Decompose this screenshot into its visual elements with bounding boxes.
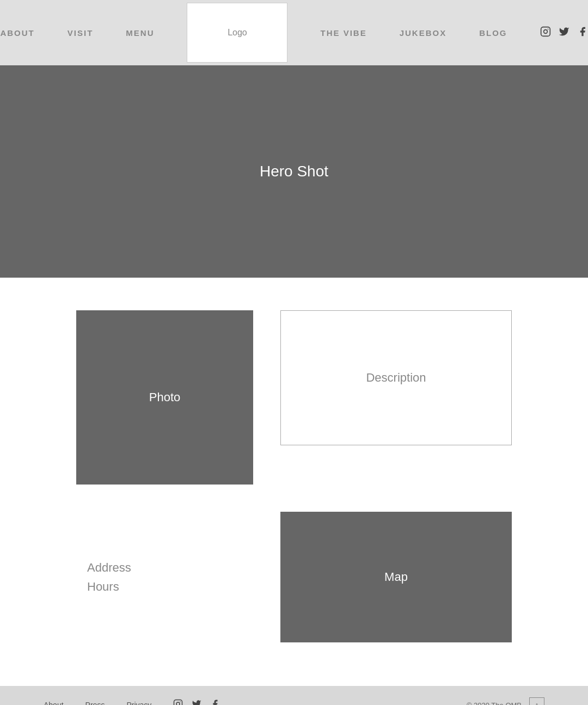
instagram-icon[interactable] — [540, 26, 551, 40]
nav-jukebox[interactable]: JUKEBOX — [400, 28, 447, 38]
nav-visit[interactable]: VISIT — [68, 28, 94, 38]
nav-about[interactable]: ABOUT — [0, 28, 34, 38]
footer-privacy-link[interactable]: Privacy — [126, 701, 151, 705]
footer-right: © 2020 The OMB ↑ — [467, 697, 544, 705]
main-nav: ABOUT VISIT MENU Logo THE VIBE JUKEBOX B… — [0, 3, 588, 63]
footer-facebook-icon[interactable] — [210, 699, 220, 706]
address-label: Address — [87, 558, 131, 577]
footer-instagram-icon[interactable] — [173, 699, 183, 706]
footer-social-icons — [173, 699, 220, 706]
top-row: Photo Description — [76, 310, 512, 485]
footer: About Press Privacy — [0, 686, 588, 705]
header-social-icons — [540, 26, 588, 40]
description-label: Description — [366, 371, 426, 385]
footer-about-link[interactable]: About — [44, 701, 64, 705]
nav-blog[interactable]: BLOG — [479, 28, 507, 38]
footer-copyright: © 2020 The OMB — [467, 701, 522, 706]
svg-point-1 — [543, 29, 547, 33]
map-placeholder: Map — [280, 512, 512, 642]
bottom-row: Address Hours Map — [76, 512, 512, 642]
svg-point-5 — [180, 701, 181, 702]
logo-text: Logo — [228, 28, 247, 38]
description-placeholder: Description — [280, 310, 512, 445]
svg-rect-0 — [541, 27, 550, 36]
hours-label: Hours — [87, 577, 119, 596]
main-content: Photo Description Address Hours Map — [0, 278, 588, 686]
nav-the-vibe[interactable]: THE VIBE — [320, 28, 366, 38]
svg-point-4 — [176, 702, 180, 706]
photo-placeholder: Photo — [76, 310, 253, 485]
hero-label: Hero Shot — [260, 163, 328, 180]
footer-twitter-icon[interactable] — [192, 699, 201, 706]
address-hours-section: Address Hours — [76, 558, 253, 596]
photo-label: Photo — [149, 390, 181, 404]
map-label: Map — [384, 570, 408, 584]
up-arrow-icon: ↑ — [535, 701, 539, 705]
footer-left: About Press Privacy — [44, 699, 220, 706]
footer-press-link[interactable]: Press — [85, 701, 105, 705]
hero-section: Hero Shot — [0, 65, 588, 278]
header: ABOUT VISIT MENU Logo THE VIBE JUKEBOX B… — [0, 0, 588, 65]
nav-menu[interactable]: MENU — [126, 28, 154, 38]
facebook-icon[interactable] — [577, 26, 588, 40]
svg-point-2 — [547, 28, 548, 29]
twitter-icon[interactable] — [559, 26, 569, 40]
scroll-to-top-button[interactable]: ↑ — [529, 697, 544, 705]
logo[interactable]: Logo — [187, 3, 287, 63]
